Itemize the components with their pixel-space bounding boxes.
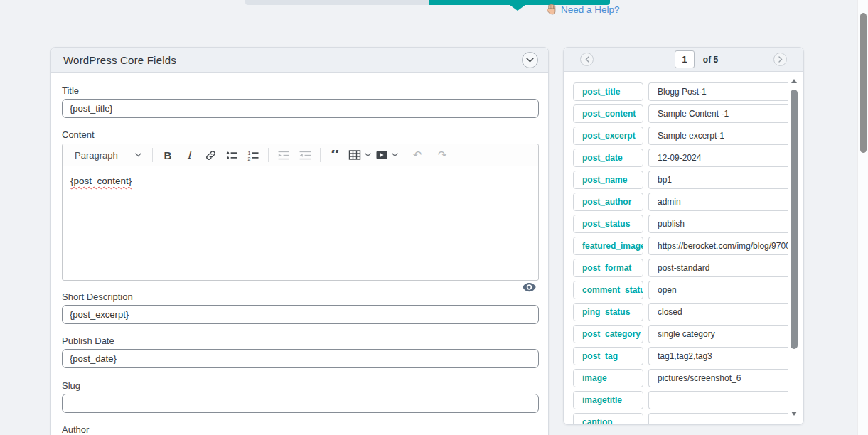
field-name-label: imagetitle xyxy=(582,395,622,405)
field-value-box: Sample Content -1 xyxy=(648,104,788,123)
field-row: post_author admin xyxy=(573,193,788,211)
field-value-box: Sample excerpt-1 xyxy=(648,127,788,145)
content-editable-area[interactable]: {post_content} xyxy=(63,166,538,280)
author-label: Author xyxy=(62,424,539,435)
field-name-pill[interactable]: post_title xyxy=(573,82,643,101)
paragraph-select[interactable]: Paragraph xyxy=(69,146,146,163)
field-name-label: featured_image xyxy=(582,241,643,251)
short-description-input[interactable] xyxy=(62,305,539,324)
field-name-pill[interactable]: post_author xyxy=(573,193,643,211)
field-name-pill[interactable]: ping_status xyxy=(573,303,643,321)
short-description-label: Short Description xyxy=(62,291,539,302)
slug-input[interactable] xyxy=(62,394,539,413)
field-row: post_name bp1 xyxy=(573,171,788,189)
panel-scrollbar-thumb[interactable] xyxy=(791,90,798,349)
content-editor: Paragraph B I xyxy=(62,144,539,281)
field-value-box: pictures/screenshot_6 xyxy=(648,369,788,387)
need-help-link[interactable]: Need a Help? xyxy=(546,4,620,15)
chevron-left-icon xyxy=(585,56,589,63)
field-name-pill[interactable]: post_content xyxy=(573,104,643,123)
outdent-button[interactable] xyxy=(275,146,292,163)
media-icon xyxy=(375,149,388,161)
publish-date-input[interactable] xyxy=(62,349,539,368)
page-count-label: of 5 xyxy=(703,55,718,65)
field-value-label: closed xyxy=(658,307,682,317)
field-value-box: open xyxy=(648,281,788,299)
field-name-pill[interactable]: post_category xyxy=(573,325,643,343)
field-row: caption xyxy=(573,413,788,424)
numbered-list-icon: 1 2 xyxy=(247,150,259,161)
scroll-up-arrow-icon[interactable] xyxy=(791,79,797,83)
page-scrollbar-thumb[interactable] xyxy=(860,13,867,153)
field-name-pill[interactable]: post_excerpt xyxy=(573,127,643,145)
field-value-label: bp1 xyxy=(658,175,672,185)
field-name-label: image xyxy=(582,373,607,383)
field-name-pill[interactable]: post_status xyxy=(573,215,643,233)
content-label: Content xyxy=(62,129,539,140)
progress-pointer-icon xyxy=(507,3,528,11)
bold-button[interactable]: B xyxy=(159,146,176,163)
toolbar-divider xyxy=(320,148,321,162)
field-value-box: publish xyxy=(648,215,788,233)
scroll-down-arrow-icon[interactable] xyxy=(791,412,797,416)
field-name-pill[interactable]: post_date xyxy=(573,149,643,167)
field-name-pill[interactable]: post_name xyxy=(573,171,643,189)
field-value-label: Sample Content -1 xyxy=(658,109,729,119)
italic-button[interactable]: I xyxy=(181,146,198,163)
editor-toolbar: Paragraph B I xyxy=(63,144,538,166)
link-button[interactable] xyxy=(202,146,219,163)
indent-button[interactable] xyxy=(296,146,314,163)
field-name-label: caption xyxy=(582,417,613,424)
next-record-button[interactable] xyxy=(773,53,787,66)
field-name-pill[interactable]: comment_status xyxy=(573,281,643,299)
page-scrollbar[interactable] xyxy=(857,0,868,435)
field-row: imagetitle xyxy=(573,391,788,409)
embed-media-button[interactable] xyxy=(375,146,398,163)
field-name-pill[interactable]: imagetitle xyxy=(573,391,643,409)
preview-pagination-bar: of 5 xyxy=(564,48,803,72)
field-row: ping_status closed xyxy=(573,303,788,321)
collapse-button[interactable] xyxy=(522,52,538,68)
field-value-label: open xyxy=(658,285,677,295)
preview-rows: post_title Blogg Post-1 post_content Sam… xyxy=(564,72,803,424)
field-name-pill[interactable]: post_format xyxy=(573,259,643,277)
undo-button[interactable]: ↶ xyxy=(409,146,426,163)
page-number-input[interactable] xyxy=(675,50,695,68)
title-input[interactable] xyxy=(62,99,539,118)
field-row: post_title Blogg Post-1 xyxy=(573,82,788,101)
field-row: post_tag tag1,tag2,tag3 xyxy=(573,347,788,365)
field-value-label: tag1,tag2,tag3 xyxy=(658,351,712,361)
chevron-down-icon xyxy=(365,153,371,157)
blockquote-button[interactable]: “ xyxy=(327,150,344,160)
field-value-box: post-standard xyxy=(648,259,788,277)
field-row: comment_status open xyxy=(573,281,788,299)
field-name-pill[interactable]: post_tag xyxy=(573,347,643,365)
numbered-list-button[interactable]: 1 2 xyxy=(245,146,262,163)
table-button[interactable] xyxy=(348,146,371,163)
chevron-right-icon xyxy=(778,56,783,63)
need-help-label[interactable]: Need a Help? xyxy=(561,4,620,15)
field-value-box xyxy=(648,391,788,409)
panel-title: WordPress Core Fields xyxy=(63,54,176,66)
svg-text:1: 1 xyxy=(247,150,250,155)
paragraph-label: Paragraph xyxy=(75,150,118,161)
panel-scrollbar xyxy=(789,75,799,420)
field-value-box: 12-09-2024 xyxy=(648,149,788,167)
field-name-label: comment_status xyxy=(582,285,643,295)
field-name-label: ping_status xyxy=(582,307,630,317)
redo-button[interactable]: ↷ xyxy=(434,146,451,163)
field-name-label: post_name xyxy=(582,175,627,185)
field-name-pill[interactable]: featured_image xyxy=(573,237,643,255)
publish-date-label: Publish Date xyxy=(62,335,539,346)
eye-icon xyxy=(522,281,537,293)
field-name-pill[interactable]: image xyxy=(573,369,643,387)
field-value-label: Sample excerpt-1 xyxy=(658,131,724,141)
field-name-label: post_category xyxy=(582,329,641,339)
field-value-label: pictures/screenshot_6 xyxy=(658,373,741,383)
field-value-box xyxy=(648,413,788,424)
field-name-pill[interactable]: caption xyxy=(573,413,643,424)
previous-record-button[interactable] xyxy=(580,53,594,66)
preview-eye-button[interactable] xyxy=(522,281,537,293)
bullet-list-button[interactable] xyxy=(223,146,240,163)
field-name-label: post_format xyxy=(582,263,631,273)
